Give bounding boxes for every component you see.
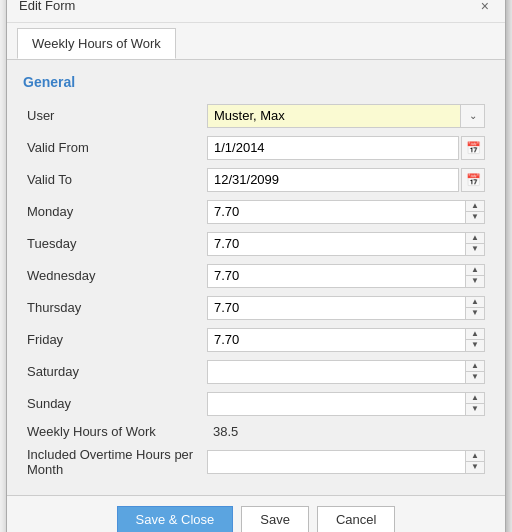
- sunday-spin-up[interactable]: ▲: [466, 393, 484, 405]
- friday-input[interactable]: [207, 328, 485, 352]
- edit-form-dialog: Edit Form × Weekly Hours of Work General…: [6, 0, 506, 532]
- table-row: Valid From 📅: [23, 132, 489, 164]
- table-row: Friday ▲ ▼: [23, 324, 489, 356]
- user-select-wrap: Muster, Max ⌄: [207, 104, 485, 128]
- wednesday-spin-wrap: ▲ ▼: [207, 264, 485, 288]
- saturday-spin-down[interactable]: ▼: [466, 372, 484, 383]
- section-title-general: General: [23, 74, 489, 90]
- weekly-hours-value-cell: 38.5: [203, 420, 489, 443]
- table-row: Thursday ▲ ▼: [23, 292, 489, 324]
- sunday-label: Sunday: [23, 388, 203, 420]
- sunday-input[interactable]: [207, 392, 485, 416]
- valid-from-label: Valid From: [23, 132, 203, 164]
- table-row: Included Overtime Hours per Month ▲ ▼: [23, 443, 489, 481]
- saturday-spin-buttons: ▲ ▼: [465, 360, 485, 384]
- thursday-label: Thursday: [23, 292, 203, 324]
- user-select[interactable]: Muster, Max: [207, 104, 461, 128]
- sunday-spin-down[interactable]: ▼: [466, 404, 484, 415]
- thursday-spin-down[interactable]: ▼: [466, 308, 484, 319]
- table-row: Monday ▲ ▼: [23, 196, 489, 228]
- valid-to-input[interactable]: [207, 168, 459, 192]
- overtime-spin-up[interactable]: ▲: [466, 451, 484, 463]
- tabs-bar: Weekly Hours of Work: [7, 23, 505, 60]
- table-row: Weekly Hours of Work 38.5: [23, 420, 489, 443]
- valid-to-wrap: 📅: [207, 168, 485, 192]
- tuesday-spin-up[interactable]: ▲: [466, 233, 484, 245]
- user-field-cell: Muster, Max ⌄: [203, 100, 489, 132]
- table-row: Valid To 📅: [23, 164, 489, 196]
- overtime-input[interactable]: [207, 450, 485, 474]
- wednesday-spin-up[interactable]: ▲: [466, 265, 484, 277]
- dialog-body: General User Muster, Max ⌄ Valid From: [7, 60, 505, 495]
- sunday-spin-wrap: ▲ ▼: [207, 392, 485, 416]
- close-button[interactable]: ×: [477, 0, 493, 14]
- weekly-hours-label: Weekly Hours of Work: [23, 420, 203, 443]
- thursday-cell: ▲ ▼: [203, 292, 489, 324]
- weekly-hours-value: 38.5: [207, 421, 244, 442]
- sunday-spin-buttons: ▲ ▼: [465, 392, 485, 416]
- valid-from-input[interactable]: [207, 136, 459, 160]
- table-row: User Muster, Max ⌄: [23, 100, 489, 132]
- saturday-label: Saturday: [23, 356, 203, 388]
- monday-input[interactable]: [207, 200, 485, 224]
- monday-spin-wrap: ▲ ▼: [207, 200, 485, 224]
- user-label: User: [23, 100, 203, 132]
- monday-cell: ▲ ▼: [203, 196, 489, 228]
- wednesday-input[interactable]: [207, 264, 485, 288]
- valid-to-label: Valid To: [23, 164, 203, 196]
- form-table: User Muster, Max ⌄ Valid From 📅: [23, 100, 489, 481]
- table-row: Saturday ▲ ▼: [23, 356, 489, 388]
- monday-spin-up[interactable]: ▲: [466, 201, 484, 213]
- tab-weekly-hours[interactable]: Weekly Hours of Work: [17, 28, 176, 59]
- tuesday-spin-wrap: ▲ ▼: [207, 232, 485, 256]
- saturday-input[interactable]: [207, 360, 485, 384]
- wednesday-label: Wednesday: [23, 260, 203, 292]
- dialog-footer: Save & Close Save Cancel: [7, 495, 505, 533]
- monday-label: Monday: [23, 196, 203, 228]
- valid-from-calendar-icon[interactable]: 📅: [461, 136, 485, 160]
- wednesday-spin-buttons: ▲ ▼: [465, 264, 485, 288]
- table-row: Sunday ▲ ▼: [23, 388, 489, 420]
- thursday-spin-wrap: ▲ ▼: [207, 296, 485, 320]
- thursday-input[interactable]: [207, 296, 485, 320]
- tuesday-spin-down[interactable]: ▼: [466, 244, 484, 255]
- user-dropdown-icon[interactable]: ⌄: [461, 104, 485, 128]
- dialog-titlebar: Edit Form ×: [7, 0, 505, 23]
- overtime-spin-buttons: ▲ ▼: [465, 450, 485, 474]
- tuesday-label: Tuesday: [23, 228, 203, 260]
- tuesday-cell: ▲ ▼: [203, 228, 489, 260]
- save-close-button[interactable]: Save & Close: [117, 506, 234, 533]
- valid-from-cell: 📅: [203, 132, 489, 164]
- valid-to-cell: 📅: [203, 164, 489, 196]
- friday-spin-wrap: ▲ ▼: [207, 328, 485, 352]
- tuesday-spin-buttons: ▲ ▼: [465, 232, 485, 256]
- overtime-spin-down[interactable]: ▼: [466, 462, 484, 473]
- overtime-label: Included Overtime Hours per Month: [23, 443, 203, 481]
- monday-spin-down[interactable]: ▼: [466, 212, 484, 223]
- friday-spin-down[interactable]: ▼: [466, 340, 484, 351]
- monday-spin-buttons: ▲ ▼: [465, 200, 485, 224]
- tuesday-input[interactable]: [207, 232, 485, 256]
- friday-spin-buttons: ▲ ▼: [465, 328, 485, 352]
- sunday-cell: ▲ ▼: [203, 388, 489, 420]
- saturday-spin-up[interactable]: ▲: [466, 361, 484, 373]
- thursday-spin-up[interactable]: ▲: [466, 297, 484, 309]
- valid-to-calendar-icon[interactable]: 📅: [461, 168, 485, 192]
- dialog-title: Edit Form: [19, 0, 75, 13]
- overtime-cell: ▲ ▼: [203, 443, 489, 481]
- wednesday-cell: ▲ ▼: [203, 260, 489, 292]
- thursday-spin-buttons: ▲ ▼: [465, 296, 485, 320]
- friday-spin-up[interactable]: ▲: [466, 329, 484, 341]
- cancel-button[interactable]: Cancel: [317, 506, 395, 533]
- saturday-spin-wrap: ▲ ▼: [207, 360, 485, 384]
- saturday-cell: ▲ ▼: [203, 356, 489, 388]
- save-button[interactable]: Save: [241, 506, 309, 533]
- friday-label: Friday: [23, 324, 203, 356]
- table-row: Wednesday ▲ ▼: [23, 260, 489, 292]
- valid-from-wrap: 📅: [207, 136, 485, 160]
- overtime-spin-wrap: ▲ ▼: [207, 450, 485, 474]
- table-row: Tuesday ▲ ▼: [23, 228, 489, 260]
- friday-cell: ▲ ▼: [203, 324, 489, 356]
- wednesday-spin-down[interactable]: ▼: [466, 276, 484, 287]
